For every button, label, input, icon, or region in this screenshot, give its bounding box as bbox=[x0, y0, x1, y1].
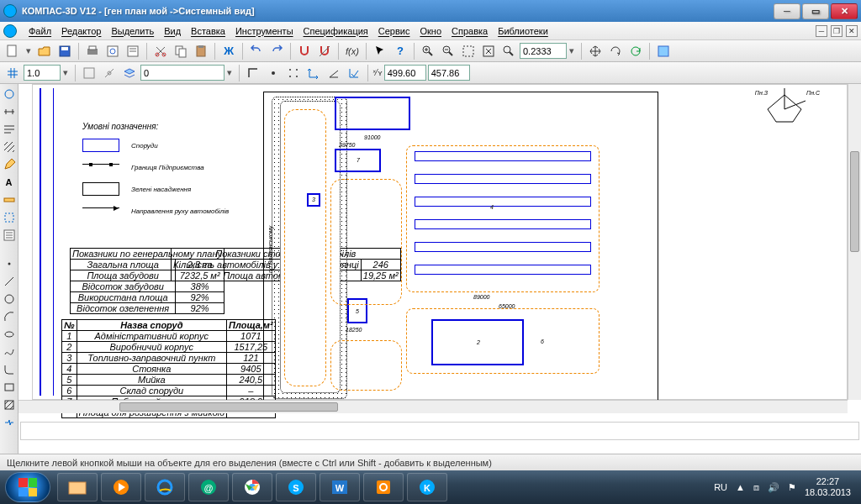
spline-tool-icon[interactable] bbox=[1, 344, 18, 360]
maximize-button[interactable]: ▭ bbox=[802, 3, 829, 19]
zoom-dropdown-icon[interactable]: ▾ bbox=[567, 45, 577, 56]
layer-input[interactable] bbox=[140, 65, 224, 81]
hatch-tool-icon[interactable] bbox=[1, 396, 18, 413]
dimension-icon[interactable] bbox=[1, 103, 18, 120]
menu-spec[interactable]: Спецификация bbox=[298, 24, 373, 38]
magnet-icon[interactable] bbox=[295, 42, 314, 60]
menu-service[interactable]: Сервис bbox=[373, 24, 415, 38]
copy-icon[interactable] bbox=[172, 42, 190, 60]
close-button[interactable]: ✕ bbox=[831, 3, 858, 19]
task-kompas-icon[interactable]: K bbox=[407, 473, 447, 501]
task-skype-icon[interactable]: S bbox=[276, 473, 316, 501]
coord-y-input[interactable] bbox=[428, 65, 470, 81]
param-icon[interactable]: A bbox=[1, 174, 18, 191]
rotate-icon[interactable] bbox=[606, 42, 625, 60]
task-mail-icon[interactable]: @ bbox=[188, 473, 229, 501]
new-dropdown-icon[interactable]: ▾ bbox=[24, 45, 34, 56]
horizontal-scrollbar[interactable] bbox=[18, 400, 848, 413]
undo-icon[interactable] bbox=[247, 42, 266, 60]
edit-icon[interactable] bbox=[1, 156, 18, 173]
redo-icon[interactable] bbox=[267, 42, 286, 60]
help-icon[interactable]: ? bbox=[391, 42, 409, 60]
menu-view[interactable]: Вид bbox=[159, 24, 186, 38]
coords-toggle-icon[interactable] bbox=[345, 64, 363, 82]
coord-x-input[interactable] bbox=[384, 65, 426, 81]
zoom-out-icon[interactable] bbox=[439, 42, 457, 60]
bold-icon[interactable]: Ж bbox=[219, 42, 238, 60]
fillet-tool-icon[interactable] bbox=[1, 361, 18, 378]
task-ie-icon[interactable] bbox=[145, 473, 185, 501]
select-icon[interactable] bbox=[1, 209, 18, 226]
menu-libs[interactable]: Библиотеки bbox=[493, 24, 553, 38]
task-word-icon[interactable]: W bbox=[320, 473, 360, 501]
menu-insert[interactable]: Вставка bbox=[186, 24, 230, 38]
open-icon[interactable] bbox=[35, 42, 54, 60]
break-tool-icon[interactable] bbox=[1, 414, 18, 431]
menu-select[interactable]: Выделить bbox=[106, 24, 159, 38]
snap-grid-icon[interactable] bbox=[284, 64, 303, 82]
menu-help[interactable]: Справка bbox=[446, 24, 493, 38]
new-doc-icon[interactable] bbox=[3, 42, 22, 60]
rect-tool-icon[interactable] bbox=[1, 379, 18, 396]
layer-dropdown-icon[interactable]: ▾ bbox=[224, 67, 235, 78]
measure-icon[interactable] bbox=[1, 192, 18, 208]
task-snip-icon[interactable] bbox=[363, 473, 404, 501]
menu-editor[interactable]: Редактор bbox=[56, 24, 106, 38]
angle-icon[interactable] bbox=[325, 64, 343, 82]
paste-icon[interactable] bbox=[192, 42, 210, 60]
zoom-value-input[interactable] bbox=[520, 43, 567, 59]
scale-dropdown-icon[interactable]: ▾ bbox=[61, 67, 71, 78]
save-icon[interactable] bbox=[55, 42, 74, 60]
hatch-icon[interactable] bbox=[1, 139, 18, 155]
tray-action-icon[interactable]: ⚑ bbox=[788, 482, 796, 493]
notation-icon[interactable] bbox=[1, 121, 18, 138]
cut-icon[interactable] bbox=[151, 42, 170, 60]
ellipse-tool-icon[interactable] bbox=[1, 326, 18, 343]
snap-node-icon[interactable] bbox=[264, 64, 283, 82]
menu-file[interactable]: Файл bbox=[24, 24, 56, 38]
drawing-viewport[interactable]: Умовні позначення: Споруди Границя Підпр… bbox=[18, 84, 861, 467]
pointer-icon[interactable] bbox=[371, 42, 389, 60]
task-media-icon[interactable] bbox=[101, 473, 141, 501]
command-input[interactable] bbox=[20, 422, 859, 440]
lang-indicator[interactable]: RU bbox=[714, 482, 727, 492]
mdi-minimize[interactable]: ─ bbox=[816, 25, 827, 37]
grid-icon[interactable] bbox=[3, 64, 22, 82]
fx-icon[interactable]: f(x) bbox=[343, 42, 362, 60]
print-icon[interactable] bbox=[83, 42, 102, 60]
preview-icon[interactable] bbox=[103, 42, 122, 60]
circle-tool-icon[interactable] bbox=[1, 291, 18, 307]
minimize-button[interactable]: ─ bbox=[774, 3, 800, 19]
mdi-restore[interactable]: ❐ bbox=[831, 25, 843, 37]
menu-tools[interactable]: Инструменты bbox=[230, 24, 298, 38]
arc-tool-icon[interactable] bbox=[1, 308, 18, 325]
snap-end-icon[interactable] bbox=[80, 64, 98, 82]
task-explorer-icon[interactable] bbox=[57, 473, 98, 501]
properties-icon[interactable] bbox=[124, 42, 142, 60]
pan-icon[interactable] bbox=[586, 42, 605, 60]
zoom-in-icon[interactable] bbox=[419, 42, 437, 60]
ortho-icon[interactable] bbox=[244, 64, 262, 82]
start-button[interactable] bbox=[5, 472, 50, 502]
line-tool-icon[interactable] bbox=[1, 273, 18, 290]
zoom-window-icon[interactable] bbox=[459, 42, 478, 60]
mdi-close[interactable]: ✕ bbox=[846, 25, 858, 37]
vertical-scrollbar[interactable] bbox=[848, 84, 861, 400]
task-chrome-icon[interactable] bbox=[232, 473, 272, 501]
refresh-icon[interactable] bbox=[626, 42, 645, 60]
spec-icon[interactable] bbox=[1, 227, 18, 244]
tray-flag-icon[interactable]: ▲ bbox=[736, 482, 745, 492]
zoom-prev-icon[interactable] bbox=[499, 42, 518, 60]
point-tool-icon[interactable] bbox=[1, 255, 18, 272]
render-icon[interactable] bbox=[654, 42, 673, 60]
zoom-fit-icon[interactable] bbox=[479, 42, 498, 60]
magnet2-icon[interactable] bbox=[315, 42, 334, 60]
layer-icon[interactable] bbox=[120, 64, 139, 82]
local-cs-icon[interactable] bbox=[304, 64, 323, 82]
menu-window[interactable]: Окно bbox=[415, 24, 446, 38]
tray-clock[interactable]: 22:27 18.03.2013 bbox=[805, 476, 856, 498]
snap-mid-icon[interactable] bbox=[100, 64, 119, 82]
geometry-icon[interactable] bbox=[1, 86, 18, 102]
scale-input[interactable] bbox=[24, 65, 61, 81]
tray-sound-icon[interactable]: 🔊 bbox=[768, 482, 779, 493]
